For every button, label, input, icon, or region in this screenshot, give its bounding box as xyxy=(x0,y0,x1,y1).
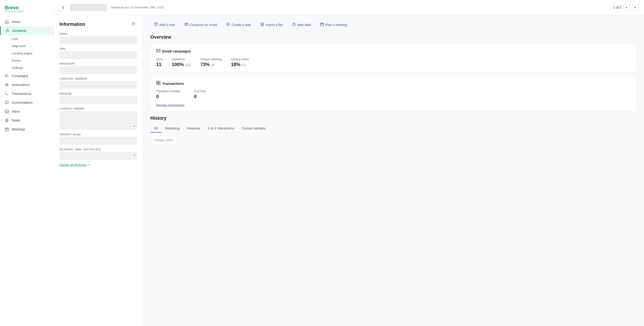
import-file-icon xyxy=(260,22,264,27)
overview-section: Overview Email campaigns Sent xyxy=(150,34,636,112)
back-button[interactable] xyxy=(60,4,67,11)
field-email: EMAIL xyxy=(60,32,137,44)
history-section: History All Marketing Revenue 1-to-1 Int… xyxy=(150,116,636,144)
svg-rect-11 xyxy=(156,81,158,83)
added-info: Added by you on November 28th, 2020 xyxy=(111,6,610,9)
dropdown-arrow-icon: ▾ xyxy=(134,124,135,128)
logo: Brevo Formerly sendinblue xyxy=(0,0,54,16)
sidebar-item-home[interactable]: Home xyxy=(0,17,54,26)
stat-sent-label: Sent xyxy=(156,58,162,61)
transaction-label-1: CALCUL xyxy=(194,90,206,93)
transactional-icon xyxy=(5,92,9,96)
history-tab-all[interactable]: All xyxy=(150,124,162,132)
sidebar-item-meetings[interactable]: Meetings xyxy=(0,125,54,134)
sidebar-item-forms[interactable]: Forms xyxy=(0,57,54,64)
manage-transactions-link[interactable]: Manage transactions xyxy=(156,103,184,107)
field-shopify-plan: SHOPIFY_PLAN xyxy=(60,133,137,145)
field-sms-label: SMS xyxy=(60,47,137,50)
import-file-button[interactable]: Import a file xyxy=(257,20,286,29)
sidebar-item-campaigns[interactable]: Campaigns xyxy=(0,72,54,80)
field-academy-label: ACADEMY_EMM_CERTIFICATE xyxy=(60,148,137,151)
stat-unique-opening-value: 73% (8) xyxy=(200,62,222,67)
field-email-label: EMAIL xyxy=(60,32,137,35)
top-bar: Added by you on November 28th, 2020 1 of… xyxy=(54,0,644,15)
field-landline-label: LANDLINE_NUMBER xyxy=(60,77,137,80)
field-sms: SMS xyxy=(60,47,137,59)
history-tab-contact-updates[interactable]: Contact updates xyxy=(238,124,269,132)
svg-rect-9 xyxy=(320,23,324,26)
svg-rect-13 xyxy=(156,83,158,85)
plan-meeting-button[interactable]: Plan a meeting xyxy=(316,20,351,29)
right-panel: Add a note Compose an email Create a tas… xyxy=(143,15,644,326)
sidebar-item-segments[interactable]: Segments xyxy=(0,42,54,50)
create-task-button[interactable]: Create a task xyxy=(222,20,254,29)
svg-point-1 xyxy=(6,84,8,86)
stat-delivered: Delivered 100% (11) xyxy=(172,58,191,67)
field-contact-owner-label: CONTACT OWNER xyxy=(60,107,137,110)
history-tab-revenue[interactable]: Revenue xyxy=(183,124,204,132)
sidebar: Brevo Formerly sendinblue Home Contacts … xyxy=(0,0,54,326)
sidebar-item-contacts[interactable]: Contacts xyxy=(0,26,54,35)
new-deal-button[interactable]: New deal xyxy=(288,20,314,29)
field-sms-value[interactable] xyxy=(60,51,137,59)
field-whatsapp-label: WHATSAPP xyxy=(60,62,137,65)
prev-page-button[interactable] xyxy=(624,4,630,11)
sidebar-item-deals[interactable]: Deals xyxy=(0,116,54,125)
inbox-icon xyxy=(5,109,9,114)
transactions-grid: TRANSACTIONS 0 CALCUL 0 xyxy=(156,90,631,99)
transaction-value-1: 0 xyxy=(194,94,206,99)
transactions-card: Transactions TRANSACTIONS 0 CALCUL 0 xyxy=(150,76,636,112)
stat-unique-opening: Unique opening 73% (8) xyxy=(200,58,222,67)
svg-rect-2 xyxy=(5,110,8,113)
pagination-text: 1 of 2 xyxy=(613,6,622,9)
sidebar-item-inbox[interactable]: Inbox xyxy=(0,107,54,116)
sidebar-item-automations[interactable]: Automations xyxy=(0,80,54,89)
stat-sent: Sent 11 xyxy=(156,58,162,67)
sidebar-item-transactional-label: Transactional xyxy=(12,92,32,96)
display-all-button[interactable]: Display all attributes xyxy=(60,163,137,166)
field-email-value[interactable] xyxy=(60,36,137,44)
compose-email-button[interactable]: Compose an email xyxy=(181,20,221,29)
field-shopify-plan-value[interactable] xyxy=(60,137,137,145)
field-landline-value[interactable] xyxy=(60,81,137,89)
field-landline: LANDLINE_NUMBER xyxy=(60,77,137,89)
history-tabs: All Marketing Revenue 1-to-1 Interaction… xyxy=(150,124,636,132)
sidebar-item-meetings-label: Meetings xyxy=(12,128,25,131)
logo-sub: Formerly sendinblue xyxy=(5,10,49,13)
info-panel: Information EMAIL SMS WHATSAPP xyxy=(54,15,143,326)
sidebar-item-conversations[interactable]: Conversations xyxy=(0,98,54,107)
svg-rect-4 xyxy=(5,128,8,131)
sidebar-item-landing-pages[interactable]: Landing pages xyxy=(0,50,54,57)
field-contact-owner: CONTACT OWNER ▾ xyxy=(60,107,137,130)
field-prenom-value[interactable] xyxy=(60,96,137,104)
info-header: Information xyxy=(60,20,137,28)
history-tab-interactions[interactable]: 1-to-1 Interactions xyxy=(204,124,238,132)
history-tab-marketing[interactable]: Marketing xyxy=(162,124,183,132)
next-page-button[interactable] xyxy=(632,4,638,11)
add-note-button[interactable]: Add a note xyxy=(150,20,179,29)
field-contact-owner-dropdown[interactable]: ▾ xyxy=(60,111,137,130)
new-deal-icon xyxy=(292,22,296,27)
stat-unique-clicks-label: Unique clicks xyxy=(231,58,249,61)
svg-rect-10 xyxy=(156,49,160,52)
history-title: History xyxy=(150,116,636,121)
svg-rect-14 xyxy=(158,83,160,85)
sidebar-item-settings[interactable]: Settings xyxy=(0,64,54,72)
sidebar-item-transactional[interactable]: Transactional xyxy=(0,89,54,98)
stat-unique-opening-label: Unique opening xyxy=(200,58,222,61)
transaction-value-0: 0 xyxy=(156,94,180,99)
gear-button[interactable] xyxy=(130,20,137,28)
sidebar-item-deals-label: Deals xyxy=(12,118,20,122)
email-campaigns-header: Email campaigns xyxy=(156,48,631,54)
action-buttons: Add a note Compose an email Create a tas… xyxy=(150,20,636,29)
field-academy-value[interactable] xyxy=(60,152,137,160)
logo-text: Brevo xyxy=(5,5,49,11)
svg-point-6 xyxy=(227,23,230,26)
sidebar-item-lists[interactable]: Lists xyxy=(0,35,54,42)
stat-delivered-value: 100% (11) xyxy=(172,62,191,67)
main-content: Added by you on November 28th, 2020 1 of… xyxy=(54,0,644,326)
field-whatsapp-value[interactable] xyxy=(60,66,137,74)
sidebar-item-automations-label: Automations xyxy=(12,83,30,87)
transaction-item-0: TRANSACTIONS 0 xyxy=(156,90,180,99)
transactions-header: Transactions xyxy=(156,81,631,86)
